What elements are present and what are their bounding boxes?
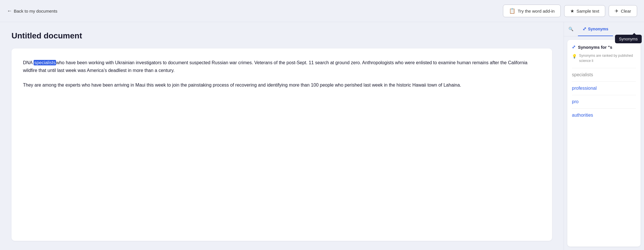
synonyms-tooltip: Synonyms [615,35,642,43]
clear-icon: ✈ [615,8,618,14]
synonyms-tab-icon: ⤢ [583,26,586,32]
tooltip-label: Synonyms [619,37,638,41]
synonym-item-authorities[interactable]: authorities [572,108,636,122]
back-arrow-icon: ← [7,8,12,14]
document-content: DNA specialistswho have been working wit… [11,48,552,241]
paragraph-1: DNA specialistswho have been working wit… [23,59,541,74]
synonyms-header-text: Synonyms for "s [578,45,612,50]
search-icon: 🔍 [568,27,573,31]
back-label: Back to my documents [14,9,57,13]
word-addon-label: Try the word add-in [518,9,555,13]
toolbar: 📋 Try the word add-in ★ Sample text ✈ Cl… [503,5,637,17]
synonym-label-authorities: authorities [572,113,593,118]
main-layout: Untitled document DNA specialistswho hav… [0,22,644,250]
paragraph-1-prefix: DNA [23,60,34,65]
synonym-label-professional: professional [572,86,597,91]
sample-text-label: Sample text [576,9,599,13]
right-sidebar: 🔍 ⤢ Synonyms Synonyms ⤢ Synonyms for "s … [564,22,644,250]
sidebar-tabs: 🔍 ⤢ Synonyms [564,22,644,36]
synonym-item-professional[interactable]: professional [572,81,636,95]
paragraph-2: They are among the experts who have been… [23,81,541,89]
paragraph-1-rest: who have been working with Ukrainian inv… [23,60,527,73]
clear-label: Clear [621,9,631,13]
top-bar: ← Back to my documents 📋 Try the word ad… [0,0,644,22]
synonyms-header-icon: ⤢ [572,44,576,50]
sample-text-icon: ★ [570,8,574,14]
synonyms-header: ⤢ Synonyms for "s [572,44,636,50]
document-area: Untitled document DNA specialistswho hav… [0,22,564,250]
clear-button[interactable]: ✈ Clear [609,5,637,17]
synonyms-panel: ⤢ Synonyms for "s 💡 Synonyms are ranked … [567,40,641,247]
tab-synonyms[interactable]: ⤢ Synonyms [578,22,613,36]
sample-text-button[interactable]: ★ Sample text [564,5,605,17]
back-link[interactable]: ← Back to my documents [7,8,57,14]
page-title: Untitled document [11,31,552,40]
synonym-item-specialists[interactable]: specialists [572,68,636,81]
synonym-label-pro: pro [572,99,579,104]
synonyms-note-text: Synonyms are ranked by published science… [579,53,636,63]
highlighted-word[interactable]: specialists [34,60,56,65]
synonym-item-pro[interactable]: pro [572,95,636,108]
synonyms-note: 💡 Synonyms are ranked by published scien… [572,53,636,63]
word-addon-icon: 📋 [509,8,515,14]
word-addon-button[interactable]: 📋 Try the word add-in [503,5,561,17]
tab-search[interactable]: 🔍 [564,23,578,36]
tab-synonyms-label: Synonyms [588,27,608,31]
synonym-label-specialists: specialists [572,72,593,77]
bulb-icon: 💡 [572,53,577,59]
